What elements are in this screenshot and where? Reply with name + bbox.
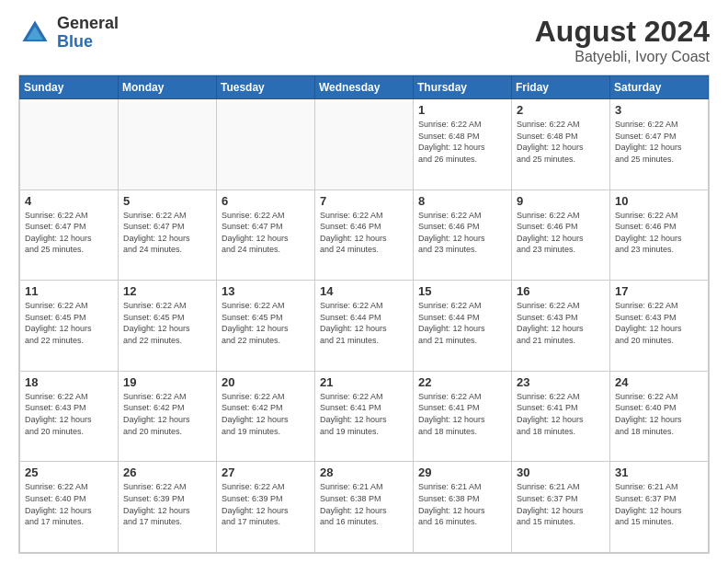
calendar-cell: 22Sunrise: 6:22 AM Sunset: 6:41 PM Dayli… [414,371,512,462]
day-number: 5 [123,194,211,208]
calendar-cell: 7Sunrise: 6:22 AM Sunset: 6:46 PM Daylig… [315,190,414,281]
day-number: 20 [222,375,310,389]
calendar-cell: 3Sunrise: 6:22 AM Sunset: 6:47 PM Daylig… [610,99,709,190]
day-info: Sunrise: 6:22 AM Sunset: 6:42 PM Dayligh… [222,391,310,437]
day-info: Sunrise: 6:22 AM Sunset: 6:47 PM Dayligh… [615,119,703,165]
day-number: 28 [320,465,408,479]
calendar-cell: 15Sunrise: 6:22 AM Sunset: 6:44 PM Dayli… [414,281,512,372]
calendar-cell: 13Sunrise: 6:22 AM Sunset: 6:45 PM Dayli… [217,281,315,372]
calendar-cell: 18Sunrise: 6:22 AM Sunset: 6:43 PM Dayli… [20,371,119,462]
subtitle: Batyebli, Ivory Coast [535,49,710,65]
day-of-week-header: Tuesday [217,76,315,99]
day-info: Sunrise: 6:21 AM Sunset: 6:38 PM Dayligh… [320,481,408,527]
logo: General Blue [18,15,119,52]
calendar-cell: 8Sunrise: 6:22 AM Sunset: 6:46 PM Daylig… [414,190,512,281]
day-info: Sunrise: 6:22 AM Sunset: 6:43 PM Dayligh… [615,300,703,346]
day-info: Sunrise: 6:22 AM Sunset: 6:42 PM Dayligh… [123,391,211,437]
day-info: Sunrise: 6:22 AM Sunset: 6:45 PM Dayligh… [123,300,211,346]
day-number: 9 [517,194,605,208]
day-info: Sunrise: 6:22 AM Sunset: 6:44 PM Dayligh… [418,300,506,346]
day-number: 16 [517,284,605,298]
calendar-cell: 29Sunrise: 6:21 AM Sunset: 6:38 PM Dayli… [414,462,512,553]
calendar-cell [119,99,217,190]
day-number: 23 [517,375,605,389]
day-info: Sunrise: 6:22 AM Sunset: 6:48 PM Dayligh… [418,119,506,165]
title-section: August 2024 Batyebli, Ivory Coast [535,15,710,65]
day-number: 30 [517,465,605,479]
day-of-week-header: Monday [119,76,217,99]
day-info: Sunrise: 6:22 AM Sunset: 6:40 PM Dayligh… [615,391,703,437]
day-number: 31 [615,465,703,479]
day-number: 27 [222,465,310,479]
day-number: 26 [123,465,211,479]
logo-blue-text: Blue [57,33,119,52]
day-info: Sunrise: 6:22 AM Sunset: 6:47 PM Dayligh… [123,210,211,256]
day-number: 12 [123,284,211,298]
day-number: 7 [320,194,408,208]
day-info: Sunrise: 6:22 AM Sunset: 6:46 PM Dayligh… [517,210,605,256]
day-number: 19 [123,375,211,389]
day-info: Sunrise: 6:22 AM Sunset: 6:41 PM Dayligh… [418,391,506,437]
calendar-week-row: 18Sunrise: 6:22 AM Sunset: 6:43 PM Dayli… [20,371,709,462]
calendar-cell: 27Sunrise: 6:22 AM Sunset: 6:39 PM Dayli… [217,462,315,553]
day-number: 18 [25,375,113,389]
day-of-week-header: Sunday [20,76,119,99]
calendar-cell [20,99,119,190]
calendar-week-row: 1Sunrise: 6:22 AM Sunset: 6:48 PM Daylig… [20,99,709,190]
day-info: Sunrise: 6:22 AM Sunset: 6:40 PM Dayligh… [25,481,113,527]
day-number: 11 [25,284,113,298]
calendar-cell [315,99,414,190]
day-number: 25 [25,465,113,479]
day-number: 1 [418,103,506,117]
calendar-week-row: 4Sunrise: 6:22 AM Sunset: 6:47 PM Daylig… [20,190,709,281]
day-info: Sunrise: 6:22 AM Sunset: 6:48 PM Dayligh… [517,119,605,165]
calendar-cell: 11Sunrise: 6:22 AM Sunset: 6:45 PM Dayli… [20,281,119,372]
day-number: 4 [25,194,113,208]
day-info: Sunrise: 6:22 AM Sunset: 6:43 PM Dayligh… [25,391,113,437]
calendar-cell: 17Sunrise: 6:22 AM Sunset: 6:43 PM Dayli… [610,281,709,372]
day-info: Sunrise: 6:22 AM Sunset: 6:46 PM Dayligh… [615,210,703,256]
calendar-week-row: 25Sunrise: 6:22 AM Sunset: 6:40 PM Dayli… [20,462,709,553]
day-number: 6 [222,194,310,208]
calendar-cell: 12Sunrise: 6:22 AM Sunset: 6:45 PM Dayli… [119,281,217,372]
day-info: Sunrise: 6:22 AM Sunset: 6:45 PM Dayligh… [25,300,113,346]
calendar-cell: 31Sunrise: 6:21 AM Sunset: 6:37 PM Dayli… [610,462,709,553]
calendar-cell: 4Sunrise: 6:22 AM Sunset: 6:47 PM Daylig… [20,190,119,281]
day-of-week-header: Saturday [610,76,709,99]
day-of-week-header: Friday [512,76,610,99]
logo-text: General Blue [57,15,119,52]
day-info: Sunrise: 6:22 AM Sunset: 6:47 PM Dayligh… [222,210,310,256]
day-info: Sunrise: 6:21 AM Sunset: 6:38 PM Dayligh… [418,481,506,527]
calendar-cell: 6Sunrise: 6:22 AM Sunset: 6:47 PM Daylig… [217,190,315,281]
calendar-cell: 30Sunrise: 6:21 AM Sunset: 6:37 PM Dayli… [512,462,610,553]
logo-general-text: General [57,15,119,33]
day-info: Sunrise: 6:22 AM Sunset: 6:46 PM Dayligh… [418,210,506,256]
day-info: Sunrise: 6:22 AM Sunset: 6:46 PM Dayligh… [320,210,408,256]
main-title: August 2024 [535,15,710,49]
calendar-cell: 25Sunrise: 6:22 AM Sunset: 6:40 PM Dayli… [20,462,119,553]
logo-icon [18,17,51,50]
calendar-cell: 14Sunrise: 6:22 AM Sunset: 6:44 PM Dayli… [315,281,414,372]
day-number: 10 [615,194,703,208]
day-info: Sunrise: 6:21 AM Sunset: 6:37 PM Dayligh… [615,481,703,527]
day-info: Sunrise: 6:22 AM Sunset: 6:39 PM Dayligh… [123,481,211,527]
day-info: Sunrise: 6:22 AM Sunset: 6:39 PM Dayligh… [222,481,310,527]
calendar-cell: 23Sunrise: 6:22 AM Sunset: 6:41 PM Dayli… [512,371,610,462]
page: General Blue August 2024 Batyebli, Ivory… [0,0,728,563]
calendar-cell: 9Sunrise: 6:22 AM Sunset: 6:46 PM Daylig… [512,190,610,281]
calendar-cell: 24Sunrise: 6:22 AM Sunset: 6:40 PM Dayli… [610,371,709,462]
day-info: Sunrise: 6:22 AM Sunset: 6:41 PM Dayligh… [517,391,605,437]
calendar-cell: 20Sunrise: 6:22 AM Sunset: 6:42 PM Dayli… [217,371,315,462]
day-of-week-header: Thursday [414,76,512,99]
day-number: 15 [418,284,506,298]
day-info: Sunrise: 6:22 AM Sunset: 6:41 PM Dayligh… [320,391,408,437]
calendar-cell [217,99,315,190]
day-info: Sunrise: 6:22 AM Sunset: 6:45 PM Dayligh… [222,300,310,346]
day-number: 14 [320,284,408,298]
calendar-cell: 26Sunrise: 6:22 AM Sunset: 6:39 PM Dayli… [119,462,217,553]
header: General Blue August 2024 Batyebli, Ivory… [18,15,710,65]
day-info: Sunrise: 6:21 AM Sunset: 6:37 PM Dayligh… [517,481,605,527]
calendar-cell: 28Sunrise: 6:21 AM Sunset: 6:38 PM Dayli… [315,462,414,553]
calendar-cell: 2Sunrise: 6:22 AM Sunset: 6:48 PM Daylig… [512,99,610,190]
calendar-cell: 19Sunrise: 6:22 AM Sunset: 6:42 PM Dayli… [119,371,217,462]
